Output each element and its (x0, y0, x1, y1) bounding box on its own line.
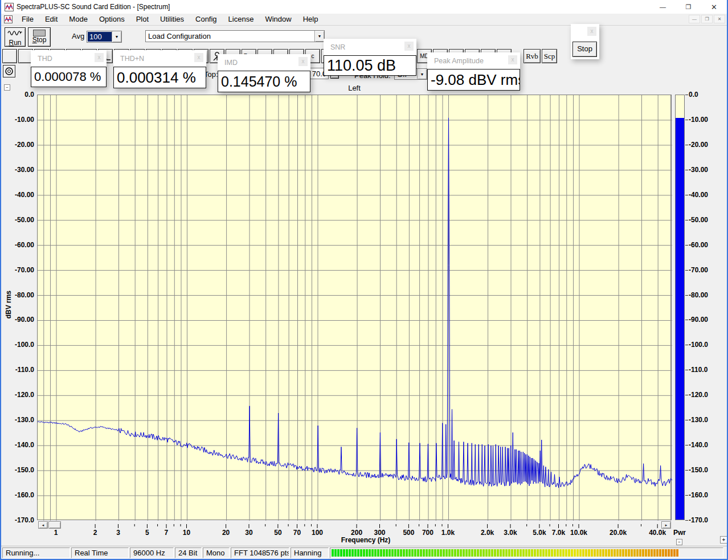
y-axis-tick (685, 295, 688, 296)
meter-segment (440, 549, 442, 557)
meter-segment (371, 549, 374, 557)
y-tick-label-right: -70.00 (689, 266, 708, 274)
meter-segment (653, 549, 656, 557)
thd-value: 0.000078 % (31, 67, 107, 87)
meter-segment (332, 549, 334, 557)
power-collapse-icon[interactable]: − (676, 539, 682, 545)
menu-item-help[interactable]: Help (297, 14, 324, 25)
chevron-down-icon[interactable]: ▼ (314, 31, 324, 42)
status-cell: Hanning (291, 547, 329, 558)
y-tick-label-right: -30.00 (689, 166, 708, 174)
chevron-down-icon[interactable]: ▼ (112, 31, 121, 42)
meter-segment (525, 549, 527, 557)
mdi-document-icon[interactable] (4, 15, 13, 23)
meter-segment (369, 549, 371, 557)
meter-segment (545, 549, 547, 557)
snr-panel: SNRx110.05 dB (324, 39, 416, 76)
minimize-icon[interactable]: — (650, 0, 676, 14)
y-tick-label-right: -140.0 (689, 441, 708, 449)
menu-item-config[interactable]: Config (190, 14, 223, 25)
meter-segment (488, 549, 490, 557)
stop-button-label: Stop (28, 36, 50, 44)
meter-segment (482, 549, 485, 557)
avg-label: Avg (72, 32, 84, 40)
meter-segment (474, 549, 476, 557)
menu-item-plot[interactable]: Plot (130, 14, 154, 25)
spectrum-plot[interactable] (37, 95, 672, 520)
y-tick-label-right: -40.00 (689, 191, 708, 199)
meter-segment (588, 549, 590, 557)
close-icon[interactable]: x (404, 42, 414, 51)
power-level-fill (676, 118, 684, 520)
menu-item-utilities[interactable]: Utilities (154, 14, 190, 25)
meter-segment (659, 549, 661, 557)
mdi-minimize-icon[interactable]: — (689, 15, 700, 23)
collapse-toggle-icon[interactable]: − (4, 84, 10, 91)
snr-panel-titlebar[interactable]: SNRx (324, 39, 416, 55)
meter-segment (668, 549, 670, 557)
mdi-close-icon[interactable]: ✕ (714, 15, 725, 23)
reverb-button[interactable]: Rvb (523, 49, 541, 63)
scope-button[interactable]: Scp (542, 49, 557, 63)
stop-button[interactable]: Stop (28, 27, 51, 47)
expand-icon[interactable]: + (720, 536, 727, 543)
run-button[interactable]: Run (5, 27, 26, 47)
peak-panel-titlebar[interactable]: Peak Amplitudex (427, 52, 520, 69)
meter-segment (665, 549, 667, 557)
close-icon[interactable]: x (587, 27, 596, 36)
meter-segment (497, 549, 499, 557)
close-icon[interactable]: x (508, 55, 517, 64)
close-icon[interactable]: x (298, 57, 308, 66)
meter-segment (386, 549, 388, 557)
meter-segment (454, 549, 456, 557)
menu-item-options[interactable]: Options (93, 14, 130, 25)
meter-segment (448, 549, 451, 557)
mdi-restore-icon[interactable]: ❐ (701, 15, 713, 23)
load-configuration-combo[interactable]: Load Configuration ▼ (145, 30, 325, 42)
meter-segment (608, 549, 610, 557)
chevron-down-icon[interactable]: ▼ (417, 69, 427, 79)
close-icon[interactable]: x (194, 53, 203, 62)
scrollbar-thumb[interactable] (48, 521, 61, 529)
snr-panel-title: SNR (330, 43, 345, 51)
imd-panel-titlebar[interactable]: IMDx (218, 54, 310, 71)
meter-segment (494, 549, 496, 557)
scroll-left-icon[interactable]: ◄ (38, 521, 48, 529)
avg-combo-value: 100 (88, 32, 112, 42)
y-axis-tick (685, 220, 688, 220)
meter-segment (633, 549, 636, 557)
x-tick-label: 1 (40, 529, 72, 537)
menu-item-edit[interactable]: Edit (39, 14, 63, 25)
sine-wave-icon (7, 29, 23, 37)
meter-segment (554, 549, 556, 557)
meter-segment (625, 549, 627, 557)
meter-segment (360, 549, 362, 557)
menu-item-window[interactable]: Window (259, 14, 297, 25)
menu-item-mode[interactable]: Mode (63, 14, 93, 25)
thdn-panel-titlebar[interactable]: THD+Nx (113, 50, 206, 67)
scroll-right-icon[interactable]: ► (661, 521, 671, 529)
avg-combo[interactable]: 100 ▼ (87, 31, 122, 43)
close-icon[interactable]: x (95, 53, 104, 62)
meter-segment (596, 549, 599, 557)
toolbar-button[interactable] (2, 49, 17, 63)
meter-segment (491, 549, 493, 557)
target-circle-icon[interactable] (3, 65, 15, 77)
meter-segment (602, 549, 604, 557)
y-tick-label: -130.0 (1, 416, 34, 424)
meter-segment (480, 549, 482, 557)
panel-stop-button[interactable]: Stop (572, 42, 597, 57)
thd-panel-titlebar[interactable]: THDx (31, 50, 107, 67)
status-cell: FFT 1048576 pts (231, 547, 289, 558)
y-tick-label-right: -90.00 (689, 316, 708, 324)
restore-icon[interactable]: ❐ (676, 0, 701, 14)
close-icon[interactable]: ✕ (701, 0, 727, 14)
meter-segment (411, 549, 414, 557)
app-window: SpectraPLUS-SC Sound Card Edition - [Spe… (0, 0, 728, 560)
menu-item-license[interactable]: License (223, 14, 260, 25)
stop-panel-titlebar[interactable]: x (571, 24, 599, 40)
meter-segment (562, 549, 565, 557)
y-tick-label-right: -100.0 (689, 341, 708, 349)
meter-segment (648, 549, 650, 557)
menu-item-file[interactable]: File (16, 14, 39, 25)
